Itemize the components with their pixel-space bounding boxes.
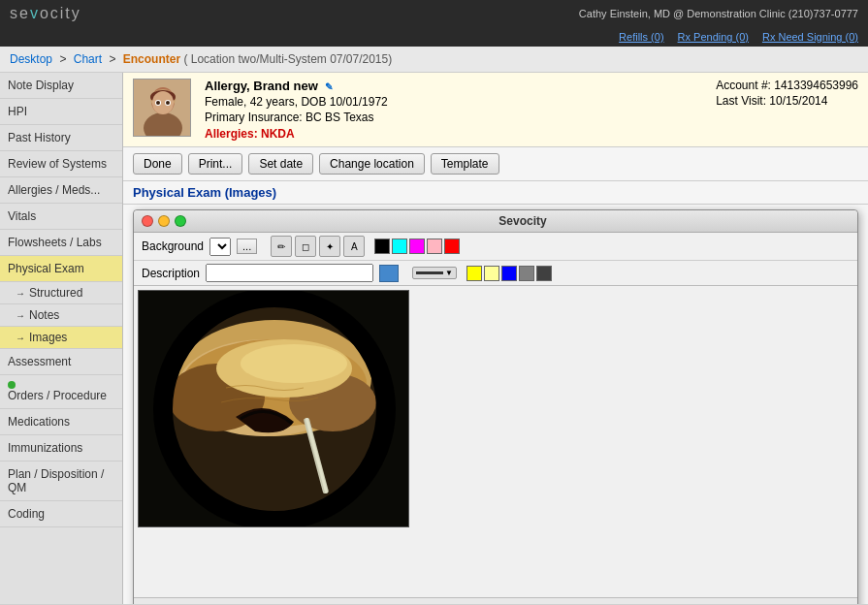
patient-details: Allergy, Brand new ✎ Female, 42 years, D… <box>205 79 702 141</box>
template-button[interactable]: Template <box>431 153 499 175</box>
patient-photo <box>133 79 191 137</box>
sidebar-item-hpi[interactable]: HPI <box>0 99 122 125</box>
rx-pending-link[interactable]: Rx Pending (0) <box>678 31 749 43</box>
dialog-footer: OK Cancel <box>134 597 857 604</box>
set-date-button[interactable]: Set date <box>248 153 313 175</box>
breadcrumb-desktop[interactable]: Desktop <box>10 52 52 66</box>
sidebar-item-coding[interactable]: Coding <box>0 501 122 527</box>
background-select[interactable] <box>209 238 231 256</box>
sidebar-item-orders-procedure[interactable]: Orders / Procedure <box>0 375 122 409</box>
sidebar-item-flowsheets[interactable]: Flowsheets / Labs <box>0 230 122 256</box>
main-layout: Note Display HPI Past History Review of … <box>0 73 868 604</box>
color-pink[interactable] <box>427 239 442 254</box>
arrow-icon: → <box>16 288 25 299</box>
svg-point-19 <box>241 344 347 383</box>
breadcrumb-sep1: > <box>59 52 69 66</box>
sidebar-item-plan-disposition[interactable]: Plan / Disposition / QM <box>0 462 122 501</box>
sidebar-item-allergies[interactable]: Allergies / Meds... <box>0 177 122 204</box>
edit-icon[interactable]: ✎ <box>325 81 333 92</box>
color-magenta[interactable] <box>409 239 425 254</box>
dialog-overlay: Sevocity Background ... ✏ ◻ ✦ A <box>123 205 868 604</box>
sidebar-item-past-history[interactable]: Past History <box>0 125 122 151</box>
color-gray[interactable] <box>519 266 534 281</box>
rectangle-tool-button[interactable] <box>379 265 399 282</box>
background-toolbar-row: Background ... ✏ ◻ ✦ A <box>134 233 857 261</box>
patient-account: Account #: 1413394653996 <box>716 79 858 92</box>
minimize-window-button[interactable] <box>158 215 170 227</box>
line-dropdown-icon: ▼ <box>445 269 453 277</box>
color-yellow[interactable] <box>466 266 482 281</box>
color-blue[interactable] <box>501 266 517 281</box>
patient-info-bar: Allergy, Brand new ✎ Female, 42 years, D… <box>123 73 868 147</box>
description-toolbar-row: Description ▼ <box>134 261 857 286</box>
sidebar-item-structured[interactable]: → Structured <box>0 282 122 304</box>
sidebar-item-assessment[interactable]: Assessment <box>0 349 122 375</box>
description-label: Description <box>142 267 200 280</box>
dialog-content <box>134 286 857 597</box>
color-black[interactable] <box>374 239 390 254</box>
sevocity-dialog: Sevocity Background ... ✏ ◻ ✦ A <box>133 209 858 604</box>
color-light-yellow[interactable] <box>484 266 499 281</box>
eraser-tool-button[interactable]: ◻ <box>295 236 316 257</box>
svg-point-8 <box>156 101 160 105</box>
sidebar-item-immunizations[interactable]: Immunizations <box>0 435 122 462</box>
line-sample <box>416 271 443 274</box>
color-swatches-row2 <box>466 266 552 281</box>
green-dot-icon <box>8 381 16 389</box>
sidebar-item-notes[interactable]: → Notes <box>0 304 122 327</box>
color-swatches-row1 <box>374 239 460 254</box>
medical-image-canvas <box>138 290 409 527</box>
image-right-area <box>409 290 853 593</box>
pencil-tool-button[interactable]: ✏ <box>271 236 292 257</box>
text-tool-button[interactable]: A <box>343 236 365 257</box>
sidebar: Note Display HPI Past History Review of … <box>0 73 123 604</box>
sidebar-item-vitals[interactable]: Vitals <box>0 204 122 230</box>
line-style-control[interactable]: ▼ <box>412 267 457 279</box>
dialog-titlebar: Sevocity <box>134 210 857 233</box>
breadcrumb-encounter: Encounter <box>123 52 180 66</box>
sidebar-item-images[interactable]: → Images <box>0 327 122 349</box>
color-red[interactable] <box>444 239 460 254</box>
color-cyan[interactable] <box>392 239 407 254</box>
star-tool-button[interactable]: ✦ <box>319 236 340 257</box>
main-content: Allergy, Brand new ✎ Female, 42 years, D… <box>123 73 868 604</box>
window-controls <box>142 215 186 227</box>
svg-point-9 <box>166 101 170 105</box>
sidebar-item-physical-exam[interactable]: Physical Exam <box>0 256 122 282</box>
tool-buttons: ✏ ◻ ✦ A <box>271 236 365 257</box>
done-button[interactable]: Done <box>133 153 182 175</box>
dialog-title: Sevocity <box>196 214 850 228</box>
subheader-links: Refills (0) Rx Pending (0) Rx Need Signi… <box>0 27 868 47</box>
sidebar-item-medications[interactable]: Medications <box>0 409 122 435</box>
user-info: Cathy Einstein, MD @ Demonstration Clini… <box>579 8 858 19</box>
close-window-button[interactable] <box>142 215 153 227</box>
background-label: Background <box>142 239 204 253</box>
patient-allergies: Allergies: NKDA <box>205 127 702 141</box>
knee-image-svg <box>139 291 409 527</box>
arrow-icon: → <box>16 333 25 343</box>
patient-gender-age: Female, 42 years, DOB 10/01/1972 <box>205 95 702 109</box>
refills-link[interactable]: Refills (0) <box>619 31 663 43</box>
app-logo: sevocity <box>10 5 81 22</box>
maximize-window-button[interactable] <box>175 215 186 227</box>
description-input[interactable] <box>206 264 373 282</box>
print-button[interactable]: Print... <box>188 153 243 175</box>
breadcrumb-chart[interactable]: Chart <box>74 52 102 66</box>
change-location-button[interactable]: Change location <box>319 153 425 175</box>
sidebar-item-review-systems[interactable]: Review of Systems <box>0 151 122 177</box>
patient-avatar-image <box>134 80 191 137</box>
sidebar-item-note-display[interactable]: Note Display <box>0 73 122 99</box>
patient-name: Allergy, Brand new ✎ <box>205 79 702 93</box>
rx-signing-link[interactable]: Rx Need Signing (0) <box>762 31 858 43</box>
breadcrumb-location: ( Location two/Multi-System 07/07/2015) <box>183 52 392 66</box>
action-bar: Done Print... Set date Change location T… <box>123 147 868 181</box>
breadcrumb-sep2: > <box>109 52 118 66</box>
arrow-icon: → <box>16 310 25 321</box>
patient-last-visit: Last Visit: 10/15/2014 <box>716 94 858 108</box>
color-dark-gray[interactable] <box>536 266 552 281</box>
patient-right-info: Account #: 1413394653996 Last Visit: 10/… <box>716 79 858 110</box>
section-title: Physical Exam (Images) <box>123 181 868 205</box>
breadcrumb: Desktop > Chart > Encounter ( Location t… <box>0 47 868 73</box>
browse-button[interactable]: ... <box>237 239 257 254</box>
patient-insurance: Primary Insurance: BC BS Texas <box>205 111 702 124</box>
